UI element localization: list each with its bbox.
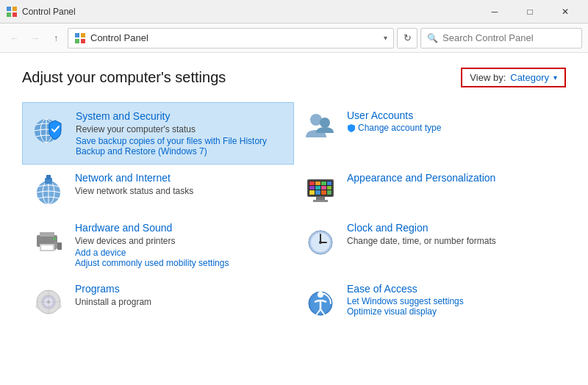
system-security-title[interactable]: System and Security xyxy=(76,110,284,122)
category-programs[interactable]: Programs Uninstall a program xyxy=(22,276,294,325)
svg-rect-33 xyxy=(40,232,54,237)
ease-of-access-content: Ease of Access Let Windows suggest setti… xyxy=(347,283,557,317)
refresh-button[interactable]: ↻ xyxy=(397,28,417,48)
svg-point-11 xyxy=(320,118,330,128)
svg-rect-27 xyxy=(315,190,320,195)
svg-rect-1 xyxy=(12,7,17,11)
title-bar-controls: ─ □ ✕ xyxy=(478,0,582,24)
programs-title[interactable]: Programs xyxy=(75,283,285,295)
hardware-sound-link1[interactable]: Add a device xyxy=(75,248,285,258)
svg-rect-35 xyxy=(41,245,53,250)
svg-rect-26 xyxy=(309,190,315,195)
svg-rect-20 xyxy=(321,181,326,185)
hardware-sound-content: Hardware and Sound View devices and prin… xyxy=(75,222,285,268)
svg-rect-3 xyxy=(12,12,17,17)
view-by-label: View by: xyxy=(470,72,506,83)
svg-rect-25 xyxy=(327,186,331,190)
address-path[interactable]: Control Panel ▾ xyxy=(68,28,394,48)
path-text: Control Panel xyxy=(90,32,379,43)
system-security-link1[interactable]: Save backup copies of your files with Fi… xyxy=(76,136,284,146)
title-bar-left: Control Panel xyxy=(6,6,76,18)
svg-rect-19 xyxy=(315,181,320,185)
svg-rect-22 xyxy=(309,186,315,190)
hardware-sound-link2[interactable]: Adjust commonly used mobility settings xyxy=(75,258,285,268)
svg-point-42 xyxy=(319,241,322,244)
page-title: Adjust your computer's settings xyxy=(22,69,226,86)
clock-region-desc: Change date, time, or number formats xyxy=(347,236,496,246)
address-bar: ← → ↑ Control Panel ▾ ↻ 🔍 xyxy=(0,24,588,53)
programs-icon xyxy=(31,283,66,318)
up-button[interactable]: ↑ xyxy=(47,29,65,47)
network-internet-content: Network and Internet View network status… xyxy=(75,172,285,198)
appearance-icon xyxy=(303,172,338,207)
user-accounts-title[interactable]: User Accounts xyxy=(347,109,557,121)
hardware-sound-desc: View devices and printers xyxy=(75,236,176,246)
svg-rect-15 xyxy=(46,175,51,179)
svg-rect-2 xyxy=(7,12,11,17)
back-button[interactable]: ← xyxy=(6,29,24,47)
clock-region-icon xyxy=(303,222,338,257)
app-icon xyxy=(6,6,18,18)
svg-rect-4 xyxy=(75,33,79,37)
search-input[interactable] xyxy=(442,32,576,43)
minimize-button[interactable]: ─ xyxy=(478,0,512,24)
svg-point-36 xyxy=(53,237,56,240)
category-ease-of-access[interactable]: Ease of Access Let Windows suggest setti… xyxy=(294,276,566,325)
svg-rect-18 xyxy=(309,181,315,185)
system-security-desc: Review your computer's status xyxy=(76,124,196,134)
forward-button[interactable]: → xyxy=(26,29,44,47)
main-content: Adjust your computer's settings View by:… xyxy=(0,53,588,340)
svg-rect-6 xyxy=(75,39,79,43)
category-user-accounts[interactable]: User Accounts Change account type xyxy=(294,102,566,165)
path-icon xyxy=(74,32,86,44)
svg-rect-21 xyxy=(327,181,331,185)
view-by-arrow-icon: ▾ xyxy=(553,73,557,82)
title-bar: Control Panel ─ □ ✕ xyxy=(0,0,588,24)
hardware-sound-icon xyxy=(31,222,66,257)
svg-rect-28 xyxy=(321,190,326,195)
clock-region-title[interactable]: Clock and Region xyxy=(347,222,557,234)
category-network-internet[interactable]: Network and Internet View network status… xyxy=(22,165,294,215)
system-security-link2[interactable]: Backup and Restore (Windows 7) xyxy=(76,146,284,156)
appearance-title[interactable]: Appearance and Personalization xyxy=(347,172,557,184)
maximize-button[interactable]: □ xyxy=(513,0,547,24)
network-internet-desc: View network status and tasks xyxy=(75,186,193,196)
svg-rect-24 xyxy=(321,186,326,190)
ease-of-access-title[interactable]: Ease of Access xyxy=(347,283,557,295)
ease-of-access-link1[interactable]: Let Windows suggest settings xyxy=(347,296,557,306)
close-button[interactable]: ✕ xyxy=(548,0,582,24)
header-row: Adjust your computer's settings View by:… xyxy=(22,68,566,87)
view-by-control[interactable]: View by: Category ▾ xyxy=(461,68,566,87)
user-accounts-icon xyxy=(303,109,338,145)
svg-rect-31 xyxy=(313,200,328,202)
system-security-content: System and Security Review your computer… xyxy=(76,110,284,156)
svg-rect-29 xyxy=(327,190,331,195)
programs-content: Programs Uninstall a program xyxy=(75,283,285,309)
programs-desc: Uninstall a program xyxy=(75,297,151,307)
svg-rect-7 xyxy=(81,39,85,43)
hardware-sound-title[interactable]: Hardware and Sound xyxy=(75,222,285,234)
system-security-icon xyxy=(32,110,67,145)
user-accounts-link1[interactable]: Change account type xyxy=(347,123,557,133)
svg-rect-37 xyxy=(57,242,62,250)
title-bar-title: Control Panel xyxy=(22,7,76,17)
categories-grid: System and Security Review your computer… xyxy=(22,102,566,325)
svg-rect-5 xyxy=(81,33,85,37)
appearance-content: Appearance and Personalization xyxy=(347,172,557,185)
ease-of-access-link2[interactable]: Optimize visual display xyxy=(347,306,557,317)
category-appearance[interactable]: Appearance and Personalization xyxy=(294,165,566,215)
category-hardware-sound[interactable]: Hardware and Sound View devices and prin… xyxy=(22,215,294,276)
svg-rect-30 xyxy=(316,197,325,200)
shield-small-icon xyxy=(347,123,356,132)
path-dropdown: ▾ xyxy=(384,34,387,42)
network-internet-title[interactable]: Network and Internet xyxy=(75,172,285,184)
svg-rect-0 xyxy=(7,7,11,11)
category-clock-region[interactable]: Clock and Region Change date, time, or n… xyxy=(294,215,566,276)
clock-region-content: Clock and Region Change date, time, or n… xyxy=(347,222,557,248)
svg-rect-23 xyxy=(315,186,320,190)
network-internet-icon xyxy=(31,172,66,207)
search-box[interactable]: 🔍 xyxy=(420,28,582,48)
user-accounts-content: User Accounts Change account type xyxy=(347,109,557,133)
search-icon: 🔍 xyxy=(427,33,438,43)
category-system-security[interactable]: System and Security Review your computer… xyxy=(22,102,294,165)
